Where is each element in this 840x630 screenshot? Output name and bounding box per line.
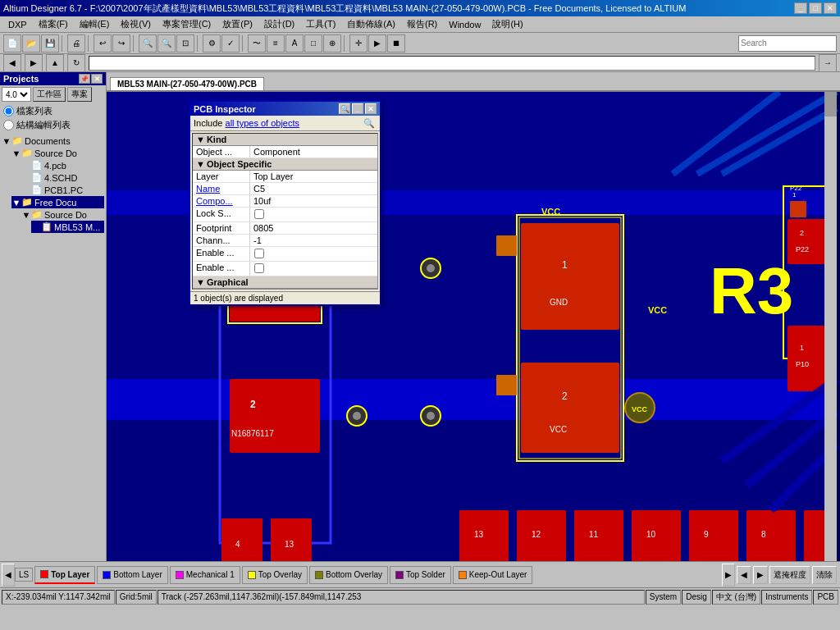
mask-level-button[interactable]: 遮掩程度 bbox=[769, 566, 810, 584]
inspector-include-link[interactable]: all types of objects bbox=[226, 118, 300, 128]
inspector-minimize-button[interactable]: _ bbox=[352, 103, 363, 114]
ls-button[interactable]: LS bbox=[15, 568, 33, 582]
layer-scroll-right[interactable]: ▶ bbox=[722, 564, 735, 587]
close-button[interactable]: ✕ bbox=[824, 2, 837, 14]
maximize-button[interactable]: □ bbox=[809, 2, 822, 14]
tree-item-pcb1[interactable]: 📄 PCB1.PC bbox=[21, 184, 104, 196]
menu-dxp[interactable]: DXP bbox=[3, 18, 32, 31]
layer-bottom-overlay[interactable]: Bottom Overlay bbox=[309, 566, 388, 584]
stop-button[interactable]: ⏹ bbox=[387, 34, 405, 52]
go-button[interactable]: → bbox=[819, 54, 837, 72]
version-dropdown[interactable]: 4.0 bbox=[2, 87, 31, 102]
svg-point-19 bbox=[353, 412, 361, 420]
tree-item-4pcb[interactable]: 📄 4.pcb bbox=[21, 159, 104, 171]
menu-report[interactable]: 報告(R) bbox=[402, 16, 442, 32]
menu-file[interactable]: 檔案(F) bbox=[34, 16, 73, 32]
menu-project[interactable]: 專案管理(C) bbox=[158, 16, 216, 32]
svg-text:VCC: VCC bbox=[632, 405, 648, 413]
structure-radio[interactable]: 結構編輯列表 bbox=[3, 119, 103, 131]
component-button[interactable]: □ bbox=[304, 34, 322, 52]
zoom-in-button[interactable]: 🔍 bbox=[139, 34, 157, 52]
pcb-canvas[interactable]: 1 GND 2 N16876117 bbox=[107, 92, 840, 561]
layer-keepout[interactable]: Keep-Out Layer bbox=[453, 566, 533, 584]
layer-top[interactable]: Top Layer bbox=[34, 566, 95, 584]
print-button[interactable]: 🖨 bbox=[67, 34, 85, 52]
layer-nav-next[interactable]: ▶ bbox=[753, 566, 768, 584]
run-button[interactable]: ▶ bbox=[368, 34, 386, 52]
bus-button[interactable]: ≡ bbox=[267, 34, 285, 52]
inspector-close-button[interactable]: ✕ bbox=[365, 103, 377, 114]
menu-place[interactable]: 放置(P) bbox=[217, 16, 258, 32]
top-solder-label: Top Solder bbox=[406, 570, 445, 579]
clear-button[interactable]: 清除 bbox=[812, 566, 837, 584]
zoom-fit-button[interactable]: ⊡ bbox=[176, 34, 194, 52]
tree-item-freedoc[interactable]: ▼ 📁 Free Docu bbox=[11, 196, 104, 208]
menu-autoroute[interactable]: 自動佈線(A) bbox=[342, 16, 400, 32]
layer-mech1[interactable]: Mechanical 1 bbox=[170, 566, 240, 584]
tree-item-documents[interactable]: ▼ 📁 Documents bbox=[2, 135, 104, 147]
workspace-button[interactable]: 工作區 bbox=[33, 87, 66, 102]
open-button[interactable]: 📂 bbox=[22, 34, 40, 52]
compile-button[interactable]: ⚙ bbox=[203, 34, 221, 52]
file-icon: 📄 bbox=[31, 172, 43, 183]
up-button[interactable]: ▲ bbox=[46, 54, 64, 72]
inspector-content[interactable]: ▼ Kind Object ... Component ▼ Object Spe… bbox=[192, 133, 378, 290]
tree-item-4schd[interactable]: 📄 4.SCHD bbox=[21, 171, 104, 184]
layer-top-solder[interactable]: Top Solder bbox=[390, 566, 451, 584]
project-button[interactable]: 專案 bbox=[67, 87, 92, 102]
label-button[interactable]: A bbox=[285, 34, 304, 52]
tree-label: Source Do bbox=[44, 210, 87, 220]
inspector-include: Include all types of objects 🔍 bbox=[190, 116, 380, 131]
titlebar-buttons[interactable]: _ □ ✕ bbox=[794, 2, 837, 14]
design-cell[interactable]: Desig bbox=[682, 590, 711, 605]
sidebar-tree[interactable]: ▼ 📁 Documents ▼ 📁 Source Do 📄 4.pcb bbox=[0, 133, 106, 561]
enable1-checkbox[interactable] bbox=[254, 249, 264, 258]
name-link[interactable]: Name bbox=[196, 184, 220, 194]
locks-checkbox[interactable] bbox=[254, 209, 264, 219]
refresh-button[interactable]: ↻ bbox=[67, 54, 85, 72]
top-layer-dot bbox=[40, 570, 48, 578]
file-list-radio[interactable]: 檔案列表 bbox=[3, 105, 103, 117]
menu-window[interactable]: Window bbox=[444, 18, 486, 31]
tree-item-mbl53[interactable]: 📋 MBL53 M... bbox=[31, 221, 104, 233]
new-button[interactable]: 📄 bbox=[3, 34, 21, 52]
sidebar-pin-button[interactable]: 📌 bbox=[79, 74, 90, 84]
forward-button[interactable]: ▶ bbox=[25, 54, 43, 72]
svg-text:1: 1 bbox=[562, 259, 568, 271]
compo-link[interactable]: Compo... bbox=[196, 196, 233, 206]
back-button[interactable]: ◀ bbox=[3, 54, 21, 72]
layer-top-overlay[interactable]: Top Overlay bbox=[242, 566, 308, 584]
enable2-checkbox[interactable] bbox=[254, 263, 264, 273]
layer-scroll-left[interactable]: ◀ bbox=[2, 564, 15, 587]
system-cell[interactable]: System bbox=[646, 590, 681, 605]
menu-design[interactable]: 設計(D) bbox=[259, 16, 299, 32]
inspector-titlebar[interactable]: PCB Inspector 🔍 _ ✕ bbox=[190, 102, 380, 116]
pcb-tab[interactable]: MBL53 MAIN-(27-050-479-00W).PCB bbox=[110, 77, 264, 90]
layer-bottom[interactable]: Bottom Layer bbox=[97, 566, 167, 584]
cross-probe-button[interactable]: ✛ bbox=[349, 34, 368, 52]
svg-text:2: 2 bbox=[250, 399, 256, 410]
wire-button[interactable]: 〜 bbox=[248, 34, 266, 52]
menu-view[interactable]: 檢視(V) bbox=[116, 16, 156, 32]
minimize-button[interactable]: _ bbox=[794, 2, 807, 14]
save-button[interactable]: 💾 bbox=[41, 34, 59, 52]
validate-button[interactable]: ✓ bbox=[221, 34, 240, 52]
redo-button[interactable]: ↪ bbox=[112, 34, 130, 52]
tree-item-source2[interactable]: ▼ 📁 Source Do bbox=[21, 208, 104, 221]
object-type-value: Component bbox=[250, 146, 377, 158]
lang-cell[interactable]: 中文 (台灣) bbox=[712, 590, 760, 605]
address-input[interactable]: F:\2007\2007年試產樣型資料\MBL5... bbox=[89, 56, 815, 71]
zoom-out-button[interactable]: 🔍 bbox=[158, 34, 176, 52]
tree-item-source1[interactable]: ▼ 📁 Source Do bbox=[11, 147, 104, 159]
search-input[interactable] bbox=[738, 35, 837, 52]
inspector-icon-button[interactable]: 🔍 bbox=[339, 103, 350, 114]
sidebar-close-button[interactable]: ✕ bbox=[91, 74, 103, 84]
menu-tools[interactable]: 工具(T) bbox=[301, 16, 340, 32]
layer-nav-prev[interactable]: ◀ bbox=[737, 566, 751, 584]
menu-edit[interactable]: 編輯(E) bbox=[75, 16, 115, 32]
sep2 bbox=[88, 35, 91, 52]
undo-button[interactable]: ↩ bbox=[94, 34, 112, 52]
menu-help[interactable]: 說明(H) bbox=[487, 16, 527, 32]
power-button[interactable]: ⊕ bbox=[323, 34, 341, 52]
svg-rect-54 bbox=[746, 510, 796, 561]
